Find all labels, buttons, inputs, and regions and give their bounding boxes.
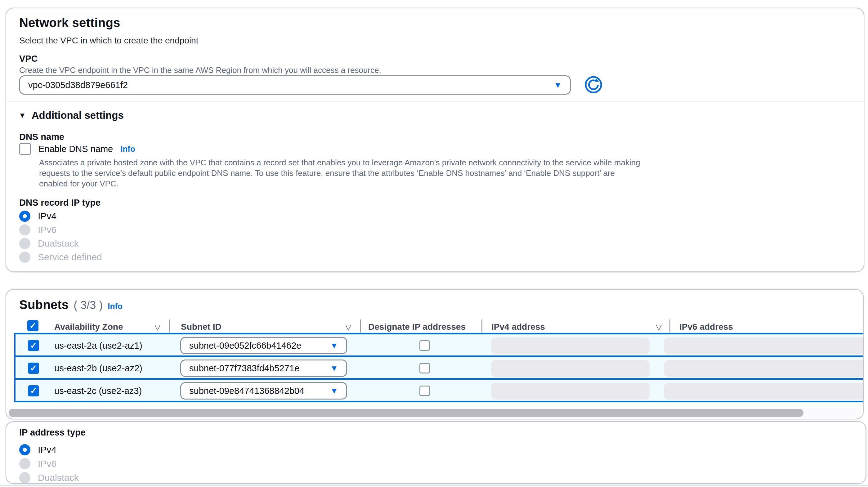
designate-ip-checkbox[interactable] — [420, 386, 430, 396]
availability-zone-cell: us-east-2a (use2-az1) — [54, 341, 143, 351]
enable-dns-name-label: Enable DNS name — [38, 144, 113, 154]
dns-ip-option-service-defined: Service defined — [19, 251, 102, 263]
subnet-row-2[interactable]: ✓ us-east-2b (use2-az2) subnet-077f7383f… — [16, 357, 863, 380]
ip-address-type-card: IP address type IPv4 IPv6 Dualstack — [6, 421, 866, 484]
ip-type-option-ipv6: IPv6 — [19, 458, 57, 470]
check-icon: ✓ — [29, 322, 37, 330]
dns-ip-option-service-defined-label: Service defined — [38, 252, 102, 263]
radio-disabled-icon — [19, 472, 30, 483]
dns-info-link[interactable]: Info — [120, 144, 135, 154]
subnet-select-value: subnet-09e052fc66b41462e — [189, 341, 301, 351]
horizontal-scrollbar — [7, 408, 861, 418]
ipv4-address-field — [491, 360, 650, 377]
enable-dns-name-checkbox[interactable] — [19, 143, 31, 155]
col-header-availability-zone: Availability Zone — [54, 322, 123, 332]
subnet-select[interactable]: subnet-077f7383fd4b5271e ▼ — [180, 360, 347, 377]
availability-zone-cell: us-east-2b (use2-az2) — [54, 363, 143, 373]
subnet-select[interactable]: subnet-09e84741368842b04 ▼ — [180, 382, 347, 399]
sort-icon[interactable]: ▽ — [656, 323, 662, 332]
radio-disabled-icon — [19, 458, 30, 469]
check-icon: ✓ — [30, 364, 37, 372]
availability-zone-cell: us-east-2c (use2-az3) — [54, 386, 142, 396]
chevron-down-icon: ▼ — [330, 341, 338, 349]
col-header-ipv6-address: IPv6 address — [679, 322, 733, 332]
dns-ip-option-ipv4-label: IPv4 — [38, 211, 57, 221]
subnets-table: ✓ us-east-2a (use2-az1) subnet-09e052fc6… — [14, 333, 863, 402]
col-header-subnet-id: Subnet ID — [181, 322, 221, 332]
ipv6-address-field — [664, 337, 864, 354]
page-bottom-divider — [0, 485, 868, 486]
chevron-down-icon: ▼ — [554, 81, 562, 89]
radio-selected-icon[interactable] — [19, 211, 30, 222]
vpc-label: VPC — [19, 54, 38, 64]
vpc-select-value: vpc-0305d38d879e661f2 — [28, 80, 128, 90]
row-checkbox[interactable]: ✓ — [28, 385, 39, 396]
network-settings-card: Network settings Select the VPC in which… — [6, 8, 864, 272]
designate-ip-checkbox[interactable] — [420, 363, 430, 373]
subnet-select-value: subnet-09e84741368842b04 — [189, 386, 304, 396]
refresh-button[interactable] — [584, 75, 603, 95]
network-settings-title: Network settings — [19, 16, 120, 30]
ip-address-type-label: IP address type — [19, 427, 86, 438]
subnet-row-1[interactable]: ✓ us-east-2a (use2-az1) subnet-09e052fc6… — [16, 334, 863, 357]
dns-ip-option-dualstack-label: Dualstack — [38, 238, 79, 249]
sort-icon[interactable]: ▽ — [345, 323, 351, 332]
scrollbar-thumb[interactable] — [9, 409, 804, 417]
vpc-description: Create the VPC endpoint in the VPC in th… — [19, 65, 381, 75]
ip-type-option-ipv4: IPv4 — [19, 444, 57, 456]
dns-ip-option-ipv4: IPv4 — [19, 210, 57, 222]
dns-name-label: DNS name — [19, 132, 64, 142]
dns-record-ip-type-label: DNS record IP type — [19, 197, 100, 208]
row-checkbox[interactable]: ✓ — [28, 340, 39, 351]
radio-disabled-icon — [19, 224, 30, 236]
ip-type-option-ipv4-label: IPv4 — [38, 445, 57, 455]
dns-description: Associates a private hosted zone with th… — [39, 157, 643, 189]
col-header-ipv4-address: IPv4 address — [491, 322, 545, 332]
chevron-down-icon: ▼ — [330, 364, 338, 372]
vpc-endpoint-network-settings-page: Network settings Select the VPC in which… — [0, 0, 868, 487]
designate-ip-checkbox[interactable] — [420, 340, 430, 351]
ip-type-option-ipv6-label: IPv6 — [38, 458, 57, 469]
check-icon: ✓ — [30, 341, 37, 350]
additional-settings-title: Additional settings — [32, 110, 124, 121]
column-divider — [670, 319, 671, 333]
column-divider — [482, 319, 483, 333]
column-divider — [360, 319, 361, 333]
ipv6-address-field — [664, 360, 864, 377]
subnets-card: Subnets ( 3/3 ) Info ✓ Availability Zone… — [6, 289, 864, 419]
subnets-count: ( 3/3 ) — [73, 299, 103, 312]
dns-ip-option-dualstack: Dualstack — [19, 237, 79, 250]
ip-type-option-dualstack-label: Dualstack — [38, 473, 79, 483]
check-icon: ✓ — [30, 387, 37, 395]
row-checkbox[interactable]: ✓ — [28, 363, 39, 374]
select-all-checkbox[interactable]: ✓ — [27, 320, 38, 331]
sort-icon[interactable]: ▽ — [154, 323, 160, 332]
section-divider — [6, 101, 864, 102]
column-divider — [169, 319, 170, 333]
subnet-row-3[interactable]: ✓ us-east-2c (use2-az3) subnet-09e847413… — [16, 380, 863, 402]
subnet-select[interactable]: subnet-09e052fc66b41462e ▼ — [180, 337, 347, 354]
chevron-down-icon: ▼ — [330, 387, 338, 395]
ipv4-address-field — [491, 337, 650, 354]
dns-ip-option-ipv6: IPv6 — [19, 224, 57, 236]
refresh-icon — [585, 90, 602, 95]
radio-disabled-icon — [19, 251, 30, 263]
radio-disabled-icon — [19, 238, 30, 249]
ip-type-option-dualstack: Dualstack — [19, 471, 79, 484]
ipv6-address-field — [664, 383, 864, 399]
ipv4-address-field — [491, 383, 650, 399]
radio-selected-icon[interactable] — [19, 444, 30, 455]
subnet-select-value: subnet-077f7383fd4b5271e — [189, 363, 299, 373]
col-header-designate-ip: Designate IP addresses — [368, 322, 466, 332]
vpc-select[interactable]: vpc-0305d38d879e661f2 ▼ — [19, 75, 571, 95]
additional-settings-toggle[interactable]: ▼ Additional settings — [19, 110, 124, 121]
network-settings-subtitle: Select the VPC in which to create the en… — [19, 36, 198, 45]
subnets-title: Subnets — [19, 298, 68, 312]
subnets-info-link[interactable]: Info — [107, 302, 123, 311]
dns-ip-option-ipv6-label: IPv6 — [38, 224, 57, 235]
triangle-down-icon: ▼ — [19, 111, 26, 120]
